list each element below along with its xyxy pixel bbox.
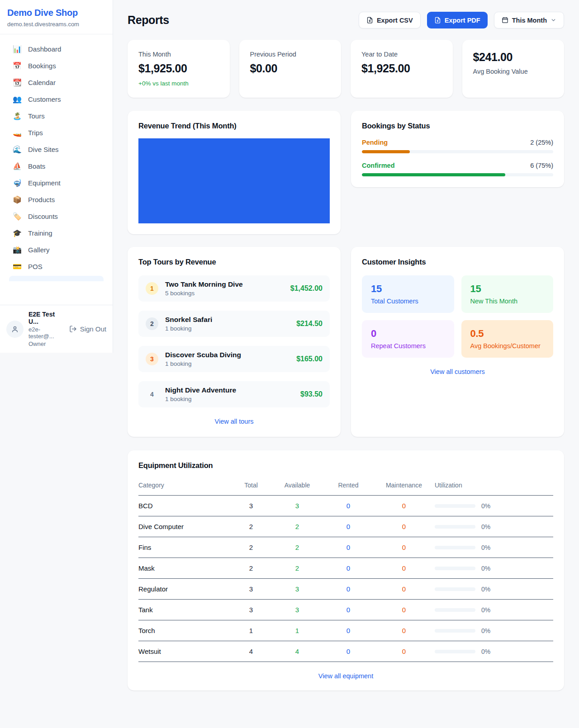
app-root: Demo Dive Shop demo.test.divestreams.com… bbox=[0, 0, 579, 728]
insight-label: Total Customers bbox=[371, 298, 445, 305]
shop-name-link[interactable]: Demo Dive Shop bbox=[7, 8, 105, 18]
equipment-row: Wetsuit 4 4 0 0 0% bbox=[138, 641, 553, 662]
sailboat-icon: ⛵ bbox=[13, 163, 22, 170]
equipment-utilization-title: Equipment Utilization bbox=[138, 461, 553, 470]
sidebar-item-customers[interactable]: 👥 Customers bbox=[5, 91, 108, 108]
charts-row: Revenue Trend (This Month) Bookings by S… bbox=[128, 111, 564, 234]
user-email: e2e-tester@... bbox=[28, 326, 64, 340]
tour-text: Night Dive Adventure 1 booking bbox=[165, 386, 236, 402]
stat-value: $0.00 bbox=[250, 62, 331, 75]
tour-text: Two Tank Morning Dive 5 bookings bbox=[165, 280, 243, 297]
status-progress-track bbox=[362, 173, 553, 176]
equipment-category: Mask bbox=[138, 564, 231, 572]
status-value: 2 (25%) bbox=[530, 139, 553, 146]
grad-cap-icon: 🎓 bbox=[13, 230, 22, 237]
sidebar-item-calendar[interactable]: 📆 Calendar bbox=[5, 74, 108, 91]
tour-row[interactable]: 1 Two Tank Morning Dive 5 bookings $1,45… bbox=[138, 275, 330, 302]
equipment-available: 4 bbox=[271, 648, 323, 655]
sidebar-item-bookings[interactable]: 📅 Bookings bbox=[5, 57, 108, 74]
package-icon: 📦 bbox=[13, 196, 22, 203]
utilization-track bbox=[435, 587, 475, 591]
sidebar-item-pos[interactable]: 💳 POS bbox=[5, 258, 108, 275]
insight-tile: 0.5 Avg Bookings/Customer bbox=[461, 320, 554, 358]
equipment-utilization-cell: 0% bbox=[435, 523, 553, 530]
rank-badge: 2 bbox=[146, 317, 158, 330]
stat-label: Avg Booking Value bbox=[473, 68, 554, 75]
equipment-rented: 0 bbox=[323, 606, 373, 614]
user-meta: E2E Test U... e2e-tester@... Owner bbox=[28, 311, 64, 347]
export-pdf-button[interactable]: Export PDF bbox=[427, 12, 488, 28]
equipment-available: 3 bbox=[271, 585, 323, 593]
dive-mask-icon: 🤿 bbox=[13, 180, 22, 187]
revenue-trend-title: Revenue Trend (This Month) bbox=[138, 122, 330, 130]
stat-label: Previous Period bbox=[250, 51, 331, 58]
equipment-maintenance: 0 bbox=[373, 648, 435, 655]
tour-text: Snorkel Safari 1 booking bbox=[165, 316, 212, 332]
equipment-row: Tank 3 3 0 0 0% bbox=[138, 600, 553, 620]
col-utilization: Utilization bbox=[435, 482, 553, 489]
equipment-maintenance: 0 bbox=[373, 523, 435, 530]
utilization-track bbox=[435, 650, 475, 653]
equipment-available: 2 bbox=[271, 564, 323, 572]
rank-badge: 4 bbox=[146, 388, 158, 401]
equipment-maintenance: 0 bbox=[373, 564, 435, 572]
utilization-percent: 0% bbox=[481, 627, 490, 634]
equipment-rented: 0 bbox=[323, 502, 373, 510]
camera-icon: 📸 bbox=[13, 246, 22, 254]
speedboat-icon: 🚤 bbox=[13, 129, 22, 137]
nav-item-label: Dashboard bbox=[28, 45, 61, 53]
stat-delta: +0% vs last month bbox=[138, 80, 219, 87]
period-selector[interactable]: This Month bbox=[494, 12, 564, 28]
sidebar-item-discounts[interactable]: 🏷️ Discounts bbox=[5, 208, 108, 225]
equipment-category: Regulator bbox=[138, 585, 231, 593]
sidebar-item-tours[interactable]: 🏝️ Tours bbox=[5, 108, 108, 124]
export-csv-button[interactable]: Export CSV bbox=[359, 12, 421, 28]
file-download-icon bbox=[434, 17, 441, 24]
tour-name: Snorkel Safari bbox=[165, 316, 212, 324]
equipment-table-header: Category Total Available Rented Maintena… bbox=[138, 476, 553, 496]
view-all-tours-link[interactable]: View all tours bbox=[138, 418, 330, 425]
sidebar-item-boats[interactable]: ⛵ Boats bbox=[5, 158, 108, 175]
tour-row[interactable]: 4 Night Dive Adventure 1 booking $93.50 bbox=[138, 381, 330, 407]
equipment-rented: 0 bbox=[323, 544, 373, 551]
tour-bookings-count: 5 bookings bbox=[165, 290, 243, 297]
revenue-trend-card: Revenue Trend (This Month) bbox=[128, 111, 341, 234]
period-label: This Month bbox=[512, 17, 547, 24]
col-maintenance: Maintenance bbox=[373, 482, 435, 489]
equipment-utilization-cell: 0% bbox=[435, 586, 553, 593]
tour-name: Discover Scuba Diving bbox=[165, 351, 241, 359]
tour-bookings-count: 1 booking bbox=[165, 325, 212, 332]
tour-row[interactable]: 3 Discover Scuba Diving 1 booking $165.0… bbox=[138, 346, 330, 372]
insight-label: Repeat Customers bbox=[371, 342, 445, 350]
equipment-row: Torch 1 1 0 0 0% bbox=[138, 620, 553, 641]
sidebar-item-dashboard[interactable]: 📊 Dashboard bbox=[5, 41, 108, 57]
nav-item-label: Gallery bbox=[28, 246, 50, 254]
sidebar-item-dive-sites[interactable]: 🌊 Dive Sites bbox=[5, 141, 108, 158]
insight-label: New This Month bbox=[470, 298, 545, 305]
sidebar-item-trips[interactable]: 🚤 Trips bbox=[5, 124, 108, 141]
col-category: Category bbox=[138, 482, 231, 489]
equipment-rented: 0 bbox=[323, 585, 373, 593]
sign-out-button[interactable]: Sign Out bbox=[69, 325, 106, 333]
view-all-equipment-link[interactable]: View all equipment bbox=[138, 672, 553, 680]
customer-insights-title: Customer Insights bbox=[362, 258, 553, 266]
shop-domain: demo.test.divestreams.com bbox=[7, 21, 105, 28]
equipment-row: Dive Computer 2 2 0 0 0% bbox=[138, 516, 553, 537]
equipment-total: 3 bbox=[231, 606, 271, 614]
sidebar-item-equipment[interactable]: 🤿 Equipment bbox=[5, 175, 108, 191]
sidebar-header: Demo Dive Shop demo.test.divestreams.com bbox=[0, 0, 113, 34]
tag-icon: 🏷️ bbox=[13, 213, 22, 220]
sidebar-active-item-partial[interactable] bbox=[9, 276, 104, 281]
sidebar-item-products[interactable]: 📦 Products bbox=[5, 191, 108, 208]
insight-tile: 15 New This Month bbox=[461, 275, 554, 313]
chevron-down-icon bbox=[551, 17, 556, 23]
tour-row[interactable]: 2 Snorkel Safari 1 booking $214.50 bbox=[138, 311, 330, 337]
equipment-rented: 0 bbox=[323, 627, 373, 634]
sidebar-item-gallery[interactable]: 📸 Gallery bbox=[5, 241, 108, 258]
export-pdf-label: Export PDF bbox=[445, 17, 480, 24]
sidebar-item-training[interactable]: 🎓 Training bbox=[5, 225, 108, 241]
file-download-icon bbox=[366, 17, 373, 24]
nav-item-label: Trips bbox=[28, 129, 43, 137]
view-all-customers-link[interactable]: View all customers bbox=[362, 368, 553, 375]
status-progress-fill bbox=[362, 150, 410, 153]
